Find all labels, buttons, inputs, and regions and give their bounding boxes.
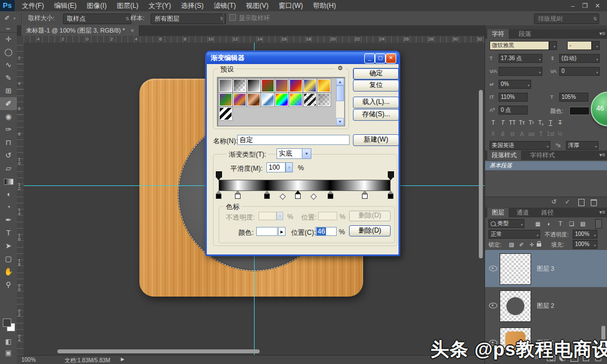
opentype-button-7[interactable]: ½ xyxy=(555,130,565,139)
menubar-item[interactable]: 文字(Y) xyxy=(143,0,176,11)
language-dropdown[interactable]: 美国英语 xyxy=(490,141,550,150)
anti-alias-dropdown[interactable]: 浑厚 xyxy=(566,141,599,150)
crop-tool[interactable]: ⊞ xyxy=(0,84,17,97)
dodge-tool[interactable]: ◔ xyxy=(0,201,17,213)
tool-preset-arrow-icon[interactable]: ▾ xyxy=(13,11,16,25)
reset-button[interactable]: 复位 xyxy=(353,80,399,92)
pixel-filter-icon[interactable]: ▦ xyxy=(532,220,543,229)
lasso-tool[interactable]: ∿ xyxy=(0,58,17,71)
toolbar-collapse-icon[interactable]: ▸▸ xyxy=(0,25,17,33)
text-style-button-1[interactable]: T xyxy=(498,119,508,128)
preset-copper[interactable] xyxy=(247,93,260,106)
clear-override-icon[interactable]: ↺ xyxy=(551,198,556,206)
minimize-button[interactable]: – xyxy=(567,0,579,11)
layer-name[interactable]: 图层 2 xyxy=(537,302,554,310)
menubar-item[interactable]: 视图(V) xyxy=(241,0,274,11)
preset-yellow-violet-orange-blue[interactable] xyxy=(233,93,246,106)
scroll-up-icon[interactable]: ▲ xyxy=(336,78,344,85)
tab-paragraph[interactable]: 段落 xyxy=(514,29,536,39)
text-style-button-6[interactable]: T xyxy=(546,119,555,128)
tab-close-icon[interactable]: × xyxy=(130,27,134,34)
preset-violet-green-orange[interactable] xyxy=(219,93,232,106)
lock-transparency-icon[interactable]: ▨ xyxy=(506,240,517,249)
text-style-button-0[interactable]: T xyxy=(488,119,498,128)
screen-mode-button[interactable]: ▣ xyxy=(0,349,17,357)
preset-transparent-stripes[interactable] xyxy=(304,93,316,106)
preset-blue-yellow-blue[interactable] xyxy=(304,79,316,92)
leading-field[interactable]: (自动) xyxy=(559,54,600,63)
horizontal-scrollbar[interactable] xyxy=(57,349,260,353)
opentype-button-4[interactable]: aa xyxy=(527,130,536,139)
preset-black-white-stripes[interactable] xyxy=(219,107,232,120)
opentype-button-2[interactable]: st xyxy=(508,130,517,139)
preset-orange-yellow-orange[interactable] xyxy=(318,79,330,92)
gradient-preview-bar[interactable] xyxy=(219,180,391,191)
preset-black-to-white[interactable] xyxy=(247,79,260,92)
smartobject-filter-icon[interactable]: ▧ xyxy=(577,220,588,229)
preset-foreground-to-transparent[interactable] xyxy=(233,79,246,92)
menubar-item[interactable]: 滤镜(T) xyxy=(209,0,241,11)
text-style-button-5[interactable]: T₁ xyxy=(536,119,546,128)
tab-character[interactable]: 字符 xyxy=(487,29,509,39)
visibility-eye-icon[interactable] xyxy=(489,303,497,308)
color-stop[interactable] xyxy=(216,194,221,199)
preset-spectrum[interactable] xyxy=(275,93,288,106)
opentype-button-5[interactable]: T xyxy=(536,130,546,139)
color-swatch[interactable] xyxy=(256,227,278,236)
close-button[interactable]: ✕ xyxy=(591,0,604,11)
fill-dropdown[interactable]: 100% xyxy=(573,240,597,249)
adjustment-filter-icon[interactable]: ◐ xyxy=(543,220,555,229)
font-family-dropdown-icon[interactable] xyxy=(549,41,557,50)
save-button[interactable]: 存储(S)... xyxy=(353,109,399,121)
new-style-icon[interactable] xyxy=(578,199,585,206)
opentype-button-6[interactable]: 1st xyxy=(546,130,555,139)
opacity-stop[interactable] xyxy=(388,171,394,178)
kerning-field[interactable] xyxy=(499,67,542,76)
quick-mask-button[interactable]: ◧ xyxy=(0,338,17,345)
proportional-spacing-field[interactable]: 0% xyxy=(499,80,531,89)
menubar-item[interactable]: 图像(I) xyxy=(81,0,111,11)
lock-pixels-icon[interactable]: ✐ xyxy=(517,240,527,249)
preset-transparent-rainbow[interactable] xyxy=(289,93,302,106)
smoothness-input[interactable]: 100 xyxy=(266,162,286,172)
new-button[interactable]: 新建(W) xyxy=(353,134,399,146)
menubar-item[interactable]: 窗口(W) xyxy=(274,0,308,11)
menubar-item[interactable]: 编辑(E) xyxy=(49,0,81,11)
opentype-button-0[interactable]: fi xyxy=(488,130,498,139)
eraser-tool[interactable]: ▱ xyxy=(0,162,17,175)
vertical-scale-field[interactable]: 110% xyxy=(499,93,528,102)
font-style-field[interactable]: - xyxy=(567,41,592,50)
dialog-maximize-button[interactable]: ▢ xyxy=(375,53,386,63)
preset-scrollbar[interactable]: ▲ ▼ xyxy=(336,78,344,125)
tab-paragraph-styles[interactable]: 段落样式 xyxy=(487,151,521,160)
layer-row-3[interactable]: 图层 3 xyxy=(485,250,607,288)
compose-rules-dropdown[interactable]: 排版规则 xyxy=(534,13,599,24)
preset-foreground-to-background[interactable] xyxy=(219,79,232,92)
delete-color-button[interactable]: 删除(D) xyxy=(349,225,391,236)
layer-name[interactable]: 图层 3 xyxy=(537,265,554,273)
visibility-eye-icon[interactable] xyxy=(489,266,497,271)
load-button[interactable]: 载入(L)... xyxy=(353,97,399,108)
color-stop[interactable] xyxy=(362,194,368,199)
tab-paths[interactable]: 路径 xyxy=(537,208,558,217)
blend-mode-dropdown[interactable]: 正常 xyxy=(488,230,540,239)
menubar-item[interactable]: 图层(L) xyxy=(112,0,144,11)
show-ring-checkbox[interactable]: 显示取样环 xyxy=(229,11,270,25)
quick-selection-tool[interactable]: ✎ xyxy=(0,71,17,84)
opacity-dropdown[interactable]: 100% xyxy=(573,230,597,239)
marquee-tool[interactable]: ◯ xyxy=(0,46,17,58)
name-input[interactable]: 自定 xyxy=(237,135,350,145)
brush-tool[interactable]: ✑ xyxy=(0,123,17,136)
opentype-button-3[interactable]: A xyxy=(517,130,527,139)
scroll-thumb[interactable] xyxy=(336,85,344,101)
delete-style-icon[interactable] xyxy=(591,199,597,206)
text-style-button-4[interactable]: T¹ xyxy=(527,119,536,128)
menubar-item[interactable]: 选择(S) xyxy=(176,0,209,11)
filter-toggle[interactable] xyxy=(595,219,602,229)
text-color-swatch[interactable] xyxy=(569,107,590,115)
color-stop[interactable] xyxy=(388,194,393,199)
style-item-basic-paragraph[interactable]: 基本段落 xyxy=(485,161,607,170)
smoothness-spinner-icon[interactable]: › xyxy=(286,162,293,172)
opacity-stop[interactable] xyxy=(216,171,222,178)
color-location-input[interactable]: 46 xyxy=(315,227,337,236)
